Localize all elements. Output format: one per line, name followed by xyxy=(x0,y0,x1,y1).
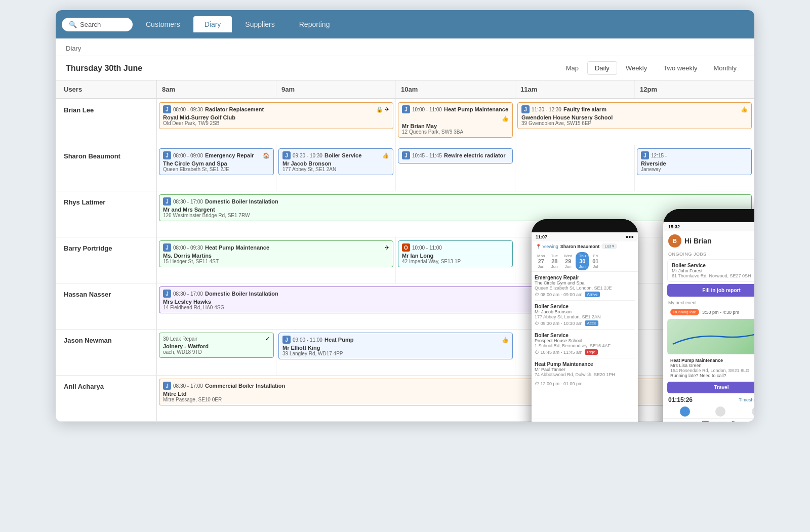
job-card[interactable]: J 08:00 - 09:30 Radiator Replacement 🔒 ✈… xyxy=(159,102,393,129)
view-tab-weekly[interactable]: Weekly xyxy=(618,61,655,75)
tab-customers[interactable]: Customers xyxy=(135,16,191,32)
view-tabs: Map Daily Weekly Two weekly Monthly xyxy=(558,61,744,75)
view-tab-map[interactable]: Map xyxy=(558,61,586,75)
job-address: 12 Queens Park, SW9 3BA xyxy=(402,129,509,135)
job-time: 10:00 - 11:00 xyxy=(412,245,442,251)
job-address: 177 Abbey St, SE1 2AN xyxy=(282,167,389,172)
time-slot: J 08:30 - 17:00 Commercial Boiler Instal… xyxy=(157,376,754,421)
job-card[interactable]: 30 Leak Repair ✓ Joinery - Watford oach,… xyxy=(159,333,274,358)
table-row: Brian Lee J 08:00 - 09:30 Radiator Repla… xyxy=(56,99,754,145)
calendar-wrapper: Users 8am 9am 10am 11am 12pm Brian Lee J xyxy=(56,80,754,422)
time-slot: 30 Leak Repair ✓ Joinery - Watford oach,… xyxy=(157,330,276,375)
job-address: 39 Langley Rd, WD17 4PP xyxy=(282,351,509,356)
job-badge: J xyxy=(282,151,291,159)
job-card[interactable]: J 08:00 - 09:00 Emergency Repair 🏠 The C… xyxy=(159,148,274,175)
time-slot: O 10:00 - 11:00 Mr Ian Long 42 Imperial … xyxy=(396,237,515,283)
home-icon: 🏠 xyxy=(263,152,270,159)
job-icons: 🔒 ✈ xyxy=(376,106,389,113)
table-row: Jason Newman 30 Leak Repair ✓ Joinery - … xyxy=(56,330,754,376)
job-address: 15 Hedger St, SE11 4ST xyxy=(163,259,389,264)
job-badge: J xyxy=(163,197,171,206)
time-slot: J 08:00 - 09:30 Heat Pump Maintenance ✈ … xyxy=(157,237,396,283)
thumbsup-icon: 👍 xyxy=(502,337,509,343)
job-card[interactable]: J 08:30 - 17:00 Domestic Boiler Installa… xyxy=(159,194,752,221)
job-card[interactable]: J 08:30 - 17:00 Domestic Boiler Installa… xyxy=(159,287,632,313)
time-slot: J 08:00 - 09:00 Emergency Repair 🏠 The C… xyxy=(157,145,276,191)
page-title: Diary xyxy=(66,45,81,52)
time-slot: J 10:45 - 11:45 Rewire electric radiator xyxy=(396,145,515,191)
job-card[interactable]: J 08:00 - 09:30 Heat Pump Maintenance ✈ … xyxy=(159,240,393,267)
job-customer: Mr Ian Long xyxy=(402,253,509,259)
thumbsup-icon: 👍 xyxy=(502,115,509,122)
tab-suppliers[interactable]: Suppliers xyxy=(234,16,286,32)
nav-bar: 🔍 Search Customers Diary Suppliers Repor… xyxy=(56,10,754,38)
time-slot xyxy=(635,237,754,283)
job-address: 14 Fieldhead Rd, HA0 4SG xyxy=(163,305,628,310)
diary-date: Thursday 30th June xyxy=(66,64,142,73)
calendar-grid: Users 8am 9am 10am 11am 12pm Brian Lee J xyxy=(56,80,754,422)
job-card[interactable]: J 12:15 - Riverside Janeway xyxy=(637,148,752,175)
search-button[interactable]: 🔍 Search xyxy=(62,18,133,31)
view-tab-twoweekly[interactable]: Two weekly xyxy=(656,61,705,75)
user-name-hassannasser: Hassan Nasser xyxy=(56,283,157,329)
time-slot: J 11:30 - 12:30 Faulty fire alarm 👍 Gwen… xyxy=(515,99,754,145)
job-card[interactable]: J 10:45 - 11:45 Rewire electric radiator xyxy=(398,148,513,163)
table-row: Rhys Latimer J 08:30 - 17:00 Domestic Bo… xyxy=(56,191,754,237)
job-address: Old Deer Park, TW9 2SB xyxy=(163,120,389,126)
user-name-sharonbeaumont: Sharon Beaumont xyxy=(56,145,157,191)
job-time: 08:00 - 09:30 xyxy=(173,245,203,251)
job-title: Boiler Service xyxy=(325,152,361,158)
navigate-icon: ✈ xyxy=(385,106,389,113)
job-time: 30 Leak Repair xyxy=(163,336,197,342)
job-address: Janeway xyxy=(641,167,748,172)
job-customer: Gwendolen House Nursery School xyxy=(521,114,748,120)
job-address: Queen Elizabeth St, SE1 2JE xyxy=(163,167,270,172)
header-9am: 9am xyxy=(276,80,396,98)
job-badge: J xyxy=(521,105,530,113)
time-slot xyxy=(635,330,754,375)
navigate-icon: ✈ xyxy=(624,291,628,297)
job-customer: Riverside xyxy=(641,160,748,167)
view-tab-monthly[interactable]: Monthly xyxy=(706,61,744,75)
job-badge: J xyxy=(402,151,410,159)
user-name-barryportridge: Barry Portridge xyxy=(56,237,157,283)
job-badge: J xyxy=(282,336,291,344)
page-header: Diary xyxy=(56,38,754,56)
job-card[interactable]: J 09:00 - 11:00 Heat Pump 👍 Mr Elliott K… xyxy=(278,333,513,359)
table-row: Sharon Beaumont J 08:00 - 09:00 Emergenc… xyxy=(56,145,754,191)
search-label: Search xyxy=(80,21,101,28)
time-slot xyxy=(515,237,635,283)
time-slot xyxy=(515,145,635,191)
job-card[interactable]: J 09:30 - 10:30 Boiler Service 👍 Mr Jaco… xyxy=(278,148,393,175)
tab-diary[interactable]: Diary xyxy=(193,16,232,32)
job-card[interactable]: J 11:30 - 12:30 Faulty fire alarm 👍 Gwen… xyxy=(517,102,752,129)
view-tab-daily[interactable]: Daily xyxy=(587,61,617,75)
job-title: Commercial Boiler Installation xyxy=(205,383,285,389)
job-address: 39 Gwendolen Ave, SW15 6EP xyxy=(521,120,748,126)
job-customer: Mr Jacob Bronson xyxy=(282,160,389,167)
job-badge: J xyxy=(163,243,171,252)
job-title: Emergency Repair xyxy=(205,152,254,158)
job-card[interactable]: O 10:00 - 11:00 Mr Ian Long 42 Imperial … xyxy=(398,240,513,267)
job-title: Domestic Boiler Installation xyxy=(205,291,278,297)
job-address: 126 Westminster Bridge Rd, SE1 7RW xyxy=(163,213,748,218)
job-title: Heat Pump Maintenance xyxy=(444,106,508,112)
table-row: Hassan Nasser J 08:30 - 17:00 Domestic B… xyxy=(56,283,754,330)
job-card[interactable]: J 10:00 - 11:00 Heat Pump Maintenance 👍 … xyxy=(398,102,513,138)
job-time: 11:30 - 12:30 xyxy=(532,107,561,112)
job-address: 42 Imperial Way, SE13 1P xyxy=(402,259,509,264)
search-icon: 🔍 xyxy=(69,21,77,28)
user-name-brianlee: Brian Lee xyxy=(56,99,157,145)
time-slot: J 12:15 - Riverside Janeway xyxy=(635,145,754,191)
job-title: Heat Pump Maintenance xyxy=(205,244,269,251)
job-time: 09:30 - 10:30 xyxy=(293,153,322,158)
job-card[interactable]: J 08:30 - 17:00 Commercial Boiler Instal… xyxy=(159,379,752,405)
job-address: Mitre Passage, SE10 0ER xyxy=(163,397,748,402)
time-slot: J 08:30 - 17:00 Domestic Boiler Installa… xyxy=(157,283,635,329)
calendar-area: Users 8am 9am 10am 11am 12pm Brian Lee J xyxy=(56,80,754,422)
tab-reporting[interactable]: Reporting xyxy=(288,16,341,32)
time-slot: J 08:30 - 17:00 Domestic Boiler Installa… xyxy=(157,191,754,237)
job-time: 08:00 - 09:30 xyxy=(173,107,203,112)
job-time: 12:15 - xyxy=(651,153,667,158)
check-icon: ✓ xyxy=(265,336,270,342)
